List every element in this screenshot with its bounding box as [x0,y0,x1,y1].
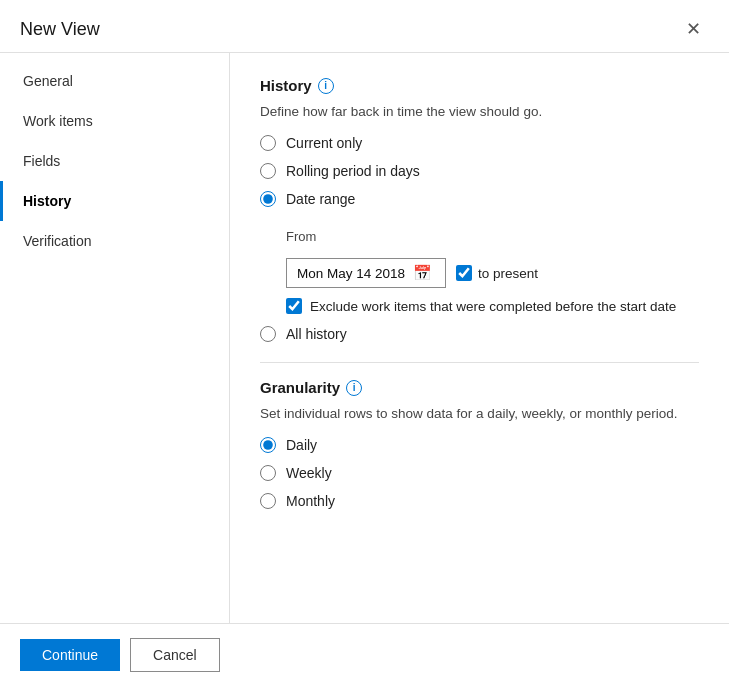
radio-monthly[interactable] [260,493,276,509]
dialog-body: General Work items Fields History Verifi… [0,53,729,623]
radio-weekly[interactable] [260,465,276,481]
date-input-row: Mon May 14 2018 📅 to present [286,258,699,288]
history-info-icon[interactable]: i [318,78,334,94]
dialog: New View ✕ General Work items Fields His… [0,0,729,686]
granularity-option-weekly[interactable]: Weekly [260,465,699,481]
separator [260,362,699,363]
exclude-checkbox[interactable] [286,298,302,314]
calendar-icon: 📅 [413,264,432,282]
radio-current-only[interactable] [260,135,276,151]
radio-all-history[interactable] [260,326,276,342]
to-present-label: to present [478,266,538,281]
to-present-checkbox[interactable] [456,265,472,281]
to-present-row: to present [456,265,538,281]
granularity-option-monthly[interactable]: Monthly [260,493,699,509]
history-option-rolling-period[interactable]: Rolling period in days [260,163,699,179]
date-range-sub: From Mon May 14 2018 📅 to present [286,229,699,314]
granularity-section-title: Granularity i [260,379,699,396]
sidebar-item-general[interactable]: General [0,61,229,101]
sidebar-item-history[interactable]: History [0,181,229,221]
granularity-radio-group: Daily Weekly Monthly [260,437,699,509]
date-value: Mon May 14 2018 [297,266,405,281]
date-input-box[interactable]: Mon May 14 2018 📅 [286,258,446,288]
granularity-info-icon[interactable]: i [346,380,362,396]
history-option-all-history[interactable]: All history [260,326,699,342]
history-description: Define how far back in time the view sho… [260,104,699,119]
exclude-row: Exclude work items that were completed b… [286,298,699,314]
sidebar-item-work-items[interactable]: Work items [0,101,229,141]
exclude-label: Exclude work items that were completed b… [310,299,676,314]
granularity-description: Set individual rows to show data for a d… [260,406,699,421]
continue-button[interactable]: Continue [20,639,120,671]
sidebar: General Work items Fields History Verifi… [0,53,230,623]
dialog-header: New View ✕ [0,0,729,53]
content-panel: History i Define how far back in time th… [230,53,729,623]
radio-rolling-period[interactable] [260,163,276,179]
history-option-current-only[interactable]: Current only [260,135,699,151]
dialog-title: New View [20,19,100,40]
close-button[interactable]: ✕ [678,16,709,42]
history-section-title: History i [260,77,699,94]
history-radio-group: Current only Rolling period in days Date… [260,135,699,342]
cancel-button[interactable]: Cancel [130,638,220,672]
sidebar-item-fields[interactable]: Fields [0,141,229,181]
sidebar-item-verification[interactable]: Verification [0,221,229,261]
granularity-option-daily[interactable]: Daily [260,437,699,453]
history-option-date-range[interactable]: Date range [260,191,699,207]
from-label: From [286,229,699,244]
radio-date-range[interactable] [260,191,276,207]
granularity-section: Granularity i Set individual rows to sho… [260,379,699,509]
radio-daily[interactable] [260,437,276,453]
dialog-footer: Continue Cancel [0,623,729,686]
